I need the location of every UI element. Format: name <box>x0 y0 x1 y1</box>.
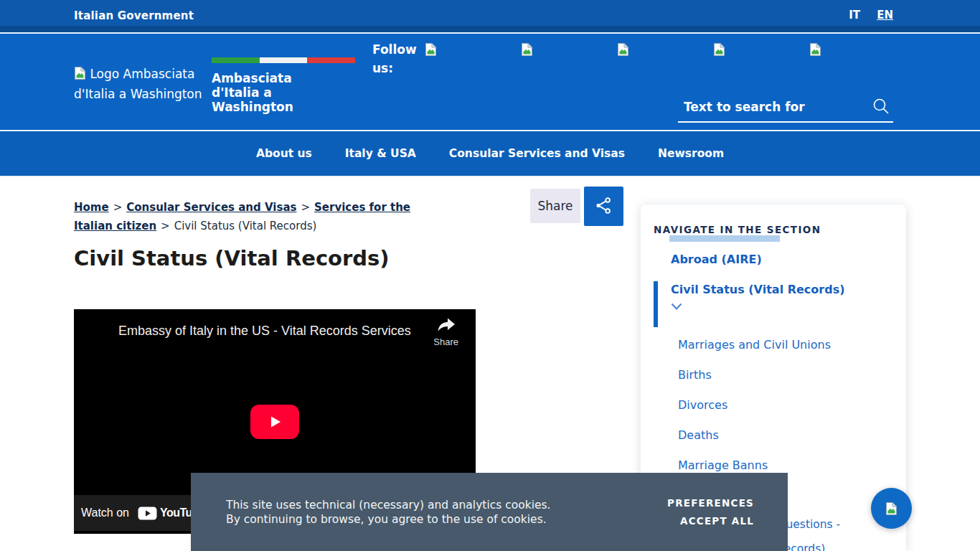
share-group: Share <box>530 189 623 226</box>
brand-block[interactable]: Ambasciata d'Italia a Washington <box>212 57 359 114</box>
breadcrumb-separator: > <box>161 220 170 232</box>
section-nav-item[interactable]: Births <box>678 368 893 382</box>
broken-image-icon[interactable] <box>521 42 533 57</box>
italian-flag-icon <box>212 57 355 63</box>
nav-item[interactable]: Italy & USA <box>345 147 416 160</box>
section-nav-item[interactable]: Marriage Banns <box>678 458 893 473</box>
share-icon-button[interactable] <box>584 187 623 226</box>
video-share-label: Share <box>433 336 458 347</box>
share-button[interactable]: Share <box>530 189 580 223</box>
logo-alt-text: Logo Ambasciata d'Italia a Washington <box>74 67 202 101</box>
heading-accent-bar <box>669 235 780 242</box>
broken-image-icon[interactable] <box>425 42 437 57</box>
broken-image-icon[interactable] <box>617 42 629 57</box>
section-nav-item[interactable]: Deaths <box>678 428 893 443</box>
government-label: Italian Government <box>74 9 194 22</box>
breadcrumb-separator: > <box>113 201 123 214</box>
search-icon[interactable] <box>872 97 890 116</box>
accept-all-button[interactable]: ACCEPT ALL <box>667 515 754 527</box>
lang-en-link[interactable]: EN <box>877 9 893 22</box>
section-nav-heading: NAVIGATE IN THE SECTION <box>654 224 821 235</box>
nav-item[interactable]: Consular Services and Visas <box>449 147 625 160</box>
nav-item[interactable]: Newsroom <box>658 147 724 160</box>
top-bar: Italian Government IT EN <box>0 0 980 26</box>
chevron-down-icon <box>671 303 893 311</box>
nav-item[interactable]: About us <box>256 147 312 160</box>
cookie-actions: PREFERENCES ACCEPT ALL <box>667 497 754 527</box>
main-nav: About usItaly & USAConsular Services and… <box>0 131 980 177</box>
section-nav-item[interactable]: Marriages and Civil Unions <box>678 338 893 352</box>
broken-image-icon <box>74 66 86 80</box>
broken-image-icon[interactable] <box>809 42 821 57</box>
video-title[interactable]: Embassy of Italy in the US - Vital Recor… <box>118 324 411 339</box>
video-share-button[interactable]: Share <box>433 318 458 347</box>
share-arrow-icon <box>437 322 456 334</box>
watch-on-youtube-link[interactable]: Watch on YouTube <box>81 507 205 520</box>
cookie-message: This site uses technical (necessary) and… <box>226 498 551 527</box>
breadcrumb: Home>Consular Services and Visas>Service… <box>74 198 447 235</box>
follow-us-label: Follow us: <box>372 40 418 77</box>
cookie-banner: This site uses technical (necessary) and… <box>191 473 788 551</box>
broken-image-icon[interactable] <box>713 42 725 57</box>
watch-on-label: Watch on <box>81 507 129 519</box>
site-header: Logo Ambasciata d'Italia a Washington Am… <box>0 34 980 130</box>
cookie-message-line2: By continuing to browse, you agree to th… <box>226 512 551 527</box>
search-input[interactable] <box>684 95 863 118</box>
preferences-button[interactable]: PREFERENCES <box>667 497 754 509</box>
search-box <box>678 91 893 123</box>
broken-image-icon <box>885 501 897 516</box>
share-nodes-icon <box>594 196 613 217</box>
breadcrumb-separator: > <box>301 201 310 214</box>
section-nav-item[interactable]: Civil Status (Vital Records) <box>671 283 893 311</box>
lang-it-link[interactable]: IT <box>849 9 860 22</box>
section-nav-item[interactable]: Divorces <box>678 398 893 413</box>
play-button[interactable] <box>250 405 299 439</box>
breadcrumb-link[interactable]: Home <box>74 201 109 214</box>
breadcrumb-link[interactable]: Consular Services and Visas <box>126 201 296 214</box>
page-title: Civil Status (Vital Records) <box>74 246 390 270</box>
main-content: Home>Consular Services and Visas>Service… <box>0 177 980 551</box>
language-switch: IT EN <box>836 9 893 22</box>
chat-fab-button[interactable] <box>871 488 912 529</box>
site-logo[interactable]: Logo Ambasciata d'Italia a Washington <box>74 64 204 104</box>
cookie-message-line1: This site uses technical (necessary) and… <box>226 498 551 512</box>
brand-title: Ambasciata d'Italia a Washington <box>212 71 341 114</box>
breadcrumb-current: Civil Status (Vital Records) <box>174 220 317 232</box>
top-bar-strip <box>0 26 980 32</box>
section-nav-item[interactable]: Abroad (AIRE) <box>671 253 893 267</box>
social-icons-row <box>425 42 821 57</box>
